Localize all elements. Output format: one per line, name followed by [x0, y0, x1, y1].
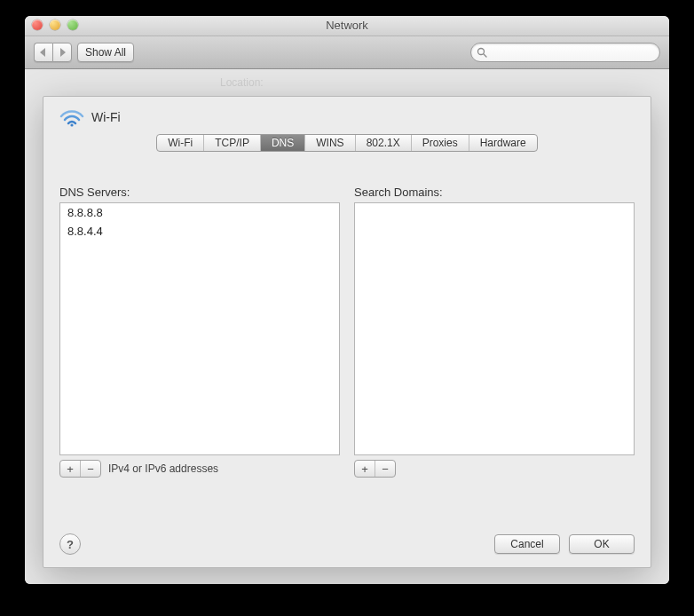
tab-bar: Wi-FiTCP/IPDNSWINS802.1XProxiesHardware — [156, 134, 537, 152]
minimize-icon[interactable] — [50, 20, 60, 30]
content-area: Location: Advanced… Click the lock to pr… — [25, 69, 669, 584]
search-input[interactable] — [491, 45, 654, 59]
ok-button[interactable]: OK — [569, 534, 635, 554]
list-item[interactable]: 8.8.4.4 — [60, 222, 339, 241]
window-title: Network — [326, 19, 368, 32]
add-search-domain-button[interactable]: + — [355, 461, 375, 477]
dns-pane: DNS Servers: 8.8.8.88.8.4.4 + − IPv4 or … — [59, 186, 635, 478]
remove-search-domain-button[interactable]: − — [375, 461, 395, 477]
dns-servers-label: DNS Servers: — [59, 186, 340, 199]
dns-hint: IPv4 or IPv6 addresses — [108, 462, 218, 475]
search-icon — [477, 47, 487, 58]
advanced-sheet: Wi-Fi Wi-FiTCP/IPDNSWINS802.1XProxiesHar… — [43, 96, 651, 568]
list-item[interactable]: 8.8.8.8 — [60, 203, 339, 222]
help-button[interactable]: ? — [59, 533, 81, 555]
sheet-header: Wi-Fi — [43, 97, 651, 127]
dns-servers-column: DNS Servers: 8.8.8.88.8.4.4 + − IPv4 or … — [59, 186, 340, 478]
search-field[interactable] — [470, 43, 660, 62]
tab-wi-fi[interactable]: Wi-Fi — [157, 135, 204, 151]
svg-point-4 — [70, 123, 73, 126]
svg-marker-0 — [40, 48, 45, 57]
svg-point-2 — [478, 49, 485, 55]
search-domains-label: Search Domains: — [354, 186, 635, 199]
add-dns-button[interactable]: + — [60, 461, 81, 477]
cancel-button[interactable]: Cancel — [494, 534, 560, 554]
wifi-icon — [59, 107, 84, 127]
show-all-button[interactable]: Show All — [77, 43, 134, 62]
tab-tcp-ip[interactable]: TCP/IP — [204, 135, 261, 151]
interface-name: Wi-Fi — [91, 110, 121, 124]
sheet-footer: ? Cancel OK — [59, 533, 635, 555]
toolbar: Show All — [25, 36, 669, 69]
forward-button[interactable] — [52, 43, 72, 62]
remove-dns-button[interactable]: − — [81, 461, 100, 477]
zoom-icon[interactable] — [67, 20, 78, 30]
network-preferences-window: Network Show All Location: Advanced… Cli… — [25, 16, 669, 584]
nav-segment — [34, 43, 72, 62]
svg-line-3 — [484, 54, 486, 57]
search-domains-column: Search Domains: + − — [354, 186, 635, 478]
tab-802-1x[interactable]: 802.1X — [356, 135, 412, 151]
tab-proxies[interactable]: Proxies — [412, 135, 469, 151]
close-icon[interactable] — [32, 20, 43, 30]
search-domains-list[interactable] — [354, 202, 635, 455]
svg-marker-1 — [60, 48, 66, 57]
tab-dns[interactable]: DNS — [261, 135, 305, 151]
titlebar[interactable]: Network — [25, 16, 669, 36]
tab-wins[interactable]: WINS — [305, 135, 355, 151]
dns-servers-list[interactable]: 8.8.8.88.8.4.4 — [59, 202, 340, 455]
tab-hardware[interactable]: Hardware — [469, 135, 537, 151]
traffic-lights — [32, 20, 78, 30]
back-button[interactable] — [34, 43, 52, 62]
